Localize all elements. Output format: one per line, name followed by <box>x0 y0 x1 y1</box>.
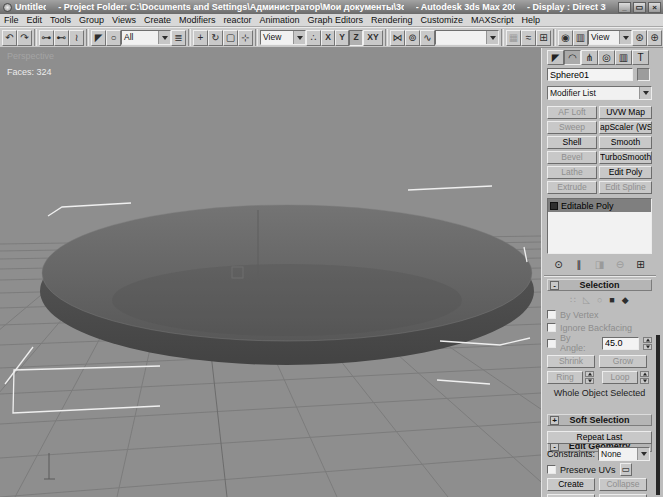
vertex-icon[interactable]: ∷ <box>570 295 576 305</box>
grow-button[interactable]: Grow <box>599 355 647 368</box>
selection-filter-dropdown[interactable]: All <box>121 30 171 45</box>
preserve-uvs-checkbox[interactable] <box>547 465 556 474</box>
selection-region-icon[interactable]: ○ <box>106 30 121 46</box>
snap-toggle-icon[interactable]: ⊚ <box>405 30 420 46</box>
modifier-button-lathe[interactable]: Lathe <box>547 166 597 179</box>
unlink-selection-icon[interactable]: ⊷ <box>54 30 69 46</box>
close-button[interactable]: × <box>648 2 661 13</box>
collapse-icon[interactable]: - <box>550 281 559 290</box>
render-last-icon[interactable]: ⊕ <box>647 30 662 46</box>
reference-coordinate-dropdown[interactable]: View <box>260 30 306 45</box>
dropdown-arrow-icon[interactable] <box>637 448 649 460</box>
quick-render-icon[interactable]: ⊛ <box>632 30 647 46</box>
perspective-viewport[interactable]: Perspective Faces: 324 <box>0 48 541 497</box>
menu-graph-editors[interactable]: Graph Editors <box>304 15 368 25</box>
by-angle-field[interactable] <box>602 337 639 350</box>
loop-button[interactable]: Loop <box>602 371 638 384</box>
axis-x-button[interactable]: X <box>321 30 335 46</box>
repeat-last-button[interactable]: Repeat Last <box>547 431 652 444</box>
redo-icon[interactable]: ↷ <box>17 30 32 46</box>
axis-xy-button[interactable]: XY <box>363 30 383 46</box>
viewport-label[interactable]: Perspective <box>7 51 54 61</box>
border-icon[interactable]: ○ <box>597 295 602 305</box>
element-icon[interactable]: ◆ <box>622 295 629 305</box>
tab-create[interactable]: ◤ <box>547 50 564 65</box>
menu-maxscript[interactable]: MAXScript <box>467 15 518 25</box>
shrink-button[interactable]: Shrink <box>547 355 595 368</box>
undo-icon[interactable]: ↶ <box>2 30 17 46</box>
show-end-result-icon[interactable]: ∥ <box>572 259 587 270</box>
schematic-view-icon[interactable]: ⊞ <box>536 30 551 46</box>
polygon-icon[interactable]: ■ <box>609 295 614 305</box>
modifier-button-extrude[interactable]: Extrude <box>547 181 597 194</box>
stack-onoff-icon[interactable] <box>550 202 558 210</box>
modifier-button-sweep[interactable]: Sweep <box>547 121 597 134</box>
named-selection-dropdown[interactable] <box>435 30 499 45</box>
edge-icon[interactable]: ◺ <box>583 295 590 305</box>
remove-modifier-icon[interactable]: ⊖ <box>613 259 628 270</box>
make-unique-icon[interactable]: ◨ <box>592 259 607 270</box>
menu-animation[interactable]: Animation <box>255 15 303 25</box>
by-angle-checkbox[interactable] <box>547 339 556 348</box>
menu-group[interactable]: Group <box>75 15 108 25</box>
select-object-icon[interactable]: ◤ <box>91 30 106 46</box>
constraints-dropdown[interactable]: None <box>598 447 650 461</box>
material-editor-icon[interactable]: ◉ <box>558 30 573 46</box>
select-and-manipulate-icon[interactable]: ⊹ <box>238 30 253 46</box>
object-color-swatch[interactable] <box>637 68 650 81</box>
select-and-move-icon[interactable]: + <box>193 30 208 46</box>
modifier-list-dropdown[interactable]: Modifier List <box>547 86 652 100</box>
panel-scrollbar[interactable] <box>656 335 660 495</box>
axis-z-button[interactable]: Z <box>349 30 363 46</box>
curve-editor-icon[interactable]: ≈ <box>521 30 536 46</box>
ring-button[interactable]: Ring <box>547 371 583 384</box>
viewport-canvas[interactable] <box>0 48 541 497</box>
create-button[interactable]: Create <box>547 478 595 491</box>
modifier-stack[interactable]: Editable Poly <box>547 198 652 254</box>
tab-display[interactable]: ▥ <box>615 50 632 65</box>
by-angle-spinner[interactable] <box>643 337 652 350</box>
menu-rendering[interactable]: Rendering <box>367 15 417 25</box>
modifier-button-apscaler-wsm[interactable]: apScaler (WSM <box>599 121 652 134</box>
tab-modify[interactable]: ◠ <box>564 50 581 65</box>
dropdown-arrow-icon[interactable] <box>639 87 651 99</box>
minimize-button[interactable]: _ <box>618 2 631 13</box>
ring-spinner[interactable] <box>585 371 594 384</box>
by-vertex-checkbox[interactable] <box>547 310 556 319</box>
render-type-dropdown[interactable]: View <box>588 30 632 45</box>
modifier-button-bevel[interactable]: Bevel <box>547 151 597 164</box>
restore-button[interactable]: ▭ <box>633 2 646 13</box>
menu-tools[interactable]: Tools <box>46 15 75 25</box>
dropdown-arrow-icon[interactable] <box>293 31 305 44</box>
menu-help[interactable]: Help <box>518 15 545 25</box>
loop-spinner[interactable] <box>640 371 649 384</box>
layer-manager-icon[interactable]: ▦ <box>506 30 521 46</box>
named-selection-sets-icon[interactable]: ∿ <box>420 30 435 46</box>
ignore-backfacing-checkbox[interactable] <box>547 323 556 332</box>
dropdown-arrow-icon[interactable] <box>486 31 498 44</box>
select-and-rotate-icon[interactable]: ↻ <box>208 30 223 46</box>
mirror-icon[interactable]: ⋈ <box>390 30 405 46</box>
dropdown-arrow-icon[interactable] <box>619 31 631 44</box>
tab-motion[interactable]: ◎ <box>598 50 615 65</box>
tab-hierarchy[interactable]: ⋔ <box>581 50 598 65</box>
modifier-button-uvw-map[interactable]: UVW Map <box>599 106 652 119</box>
configure-modifier-sets-icon[interactable]: ⊞ <box>633 259 648 270</box>
menu-customize[interactable]: Customize <box>417 15 468 25</box>
rollout-selection[interactable]: - Selection <box>547 279 652 291</box>
preserve-uvs-settings-icon[interactable]: ▭ <box>620 463 632 476</box>
modifier-button-edit-poly[interactable]: Edit Poly <box>599 166 652 179</box>
object-name-field[interactable] <box>547 68 633 81</box>
axis-y-button[interactable]: Y <box>335 30 349 46</box>
menu-edit[interactable]: Edit <box>23 15 47 25</box>
modifier-button-af-loft[interactable]: AF Loft <box>547 106 597 119</box>
modifier-button-edit-spline[interactable]: Edit Spline <box>599 181 652 194</box>
menu-modifiers[interactable]: Modifiers <box>175 15 220 25</box>
select-by-name-icon[interactable]: ≣ <box>171 30 186 46</box>
select-and-scale-icon[interactable]: ▢ <box>223 30 238 46</box>
sphere-object[interactable] <box>40 205 534 365</box>
stack-item-editable-poly[interactable]: Editable Poly <box>548 199 651 212</box>
modifier-button-smooth[interactable]: Smooth <box>599 136 652 149</box>
collapse-button[interactable]: Collapse <box>599 478 647 491</box>
menu-views[interactable]: Views <box>108 15 140 25</box>
